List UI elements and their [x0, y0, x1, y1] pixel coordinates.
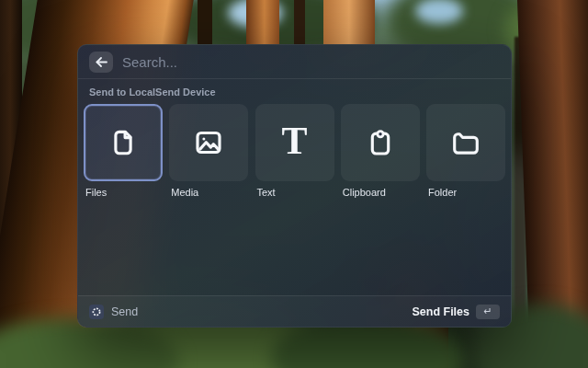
- image-icon: [192, 126, 225, 159]
- enter-key-icon: ↵: [476, 305, 500, 319]
- grid-cell-media: Media: [169, 104, 248, 198]
- tile-text[interactable]: T: [255, 104, 334, 181]
- folder-icon: [449, 126, 482, 159]
- back-button[interactable]: [89, 52, 113, 73]
- tile-label: Folder: [428, 187, 505, 198]
- send-options-grid: Files Media T Text: [84, 104, 505, 198]
- tile-label: Text: [257, 187, 334, 198]
- grid-cell-text: T Text: [255, 104, 334, 198]
- search-bar: [78, 45, 511, 78]
- arrow-left-icon: [96, 57, 107, 67]
- launcher-window: Send to LocalSend Device Files: [77, 44, 512, 328]
- search-input[interactable]: [122, 54, 500, 70]
- tile-files[interactable]: [84, 104, 163, 181]
- send-files-button[interactable]: Send Files ↵: [412, 305, 500, 319]
- command-name: Send: [111, 305, 138, 318]
- tile-label: Clipboard: [343, 187, 420, 198]
- results-area: Send to LocalSend Device Files: [78, 79, 511, 295]
- text-icon: T: [281, 121, 307, 160]
- tile-label: Files: [85, 187, 163, 198]
- clipboard-icon: [364, 126, 397, 159]
- tile-label: Media: [171, 187, 248, 198]
- tile-clipboard[interactable]: [341, 104, 420, 181]
- grid-cell-folder: Folder: [426, 104, 505, 198]
- tile-media[interactable]: [169, 104, 248, 181]
- tile-folder[interactable]: [426, 104, 505, 181]
- send-files-label: Send Files: [412, 305, 469, 318]
- grid-cell-files: Files: [84, 104, 163, 198]
- grid-cell-clipboard: Clipboard: [341, 104, 420, 198]
- section-header: Send to LocalSend Device: [84, 79, 505, 104]
- localsend-icon: [89, 305, 104, 319]
- file-icon: [107, 126, 140, 159]
- action-bar: Send Send Files ↵: [78, 295, 511, 327]
